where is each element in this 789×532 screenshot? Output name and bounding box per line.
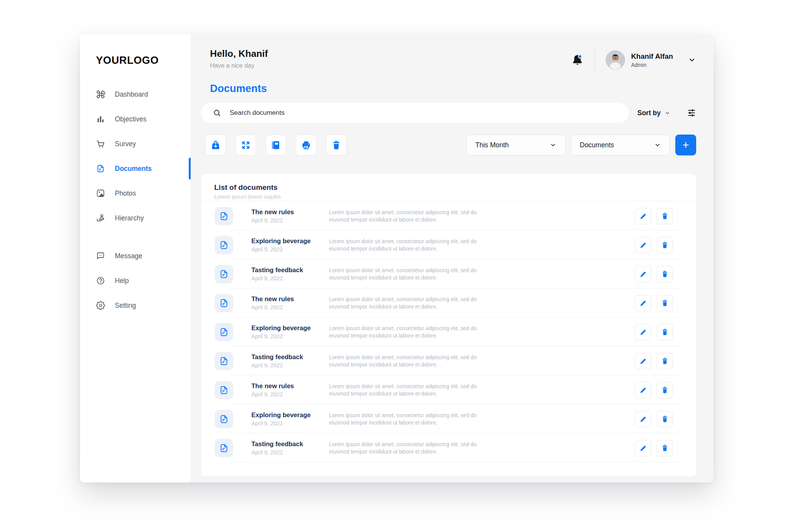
pencil-icon [639,270,647,278]
row-actions [635,440,673,456]
sidebar-item-message[interactable]: Message [96,244,191,268]
search-icon [213,109,221,117]
bell-icon [571,54,584,66]
pencil-icon [639,357,647,365]
sidebar-item-photos[interactable]: Photos [96,181,191,206]
sidebar-item-setting[interactable]: Setting [96,293,191,318]
edit-button[interactable] [635,208,651,224]
page-title: Documents [210,83,267,95]
user-menu-chevron-icon[interactable] [688,56,696,64]
document-title: The new rules [251,295,329,303]
trash-icon [331,140,342,150]
document-icon [219,385,229,395]
document-description: Lorem ipsum dolor sit amet, consectetur … [329,267,484,281]
printer-icon [301,140,311,150]
sort-by-control[interactable]: Sort by [637,109,670,117]
sidebar-item-help[interactable]: Help [96,268,191,293]
nav-section-gap [96,230,191,244]
chevron-down-icon [664,110,670,116]
document-row: The new rules April 9, 2022 Lorem ipsum … [201,288,696,317]
document-row: Exploring beverage April 9, 2022 Lorem i… [201,404,696,433]
document-row: Exploring beverage April 9, 2022 Lorem i… [201,230,696,259]
expand-icon [241,140,251,150]
delete-button[interactable] [657,237,673,253]
document-icon [219,298,229,308]
row-actions [635,295,673,311]
row-actions [635,382,673,398]
document-title: The new rules [251,208,329,216]
delete-button[interactable] [657,353,673,369]
document-row: Exploring beverage April 9, 2022 Lorem i… [201,317,696,346]
document-date: April 9, 2022 [251,304,329,310]
sidebar-item-label: Hierarchy [115,214,144,222]
avatar[interactable] [606,50,625,70]
edit-button[interactable] [635,324,651,340]
edit-button[interactable] [635,237,651,253]
delete-button[interactable] [657,266,673,282]
brand-logo: YOURLOGO [96,54,191,66]
print-button[interactable] [296,135,316,155]
edit-button[interactable] [635,411,651,427]
sidebar-item-hierarchy[interactable]: Hierarchy [96,206,191,230]
trash-icon [661,386,669,394]
edit-button[interactable] [635,440,651,456]
topbar: Hello, Khanif Have a nice day [210,48,696,72]
document-title: Tasting feedback [251,353,329,361]
type-dropdown[interactable]: Documents [571,135,670,155]
document-tile [215,410,233,428]
delete-button[interactable] [657,208,673,224]
filter-sliders-icon[interactable] [687,108,696,118]
document-date: April 9, 2022 [251,449,329,455]
notebook-button[interactable] [266,135,286,155]
list-title: List of documents [214,183,696,192]
delete-button[interactable] [657,440,673,456]
sidebar-item-dashboard[interactable]: Dashboard [96,82,191,107]
bar-chart-icon [96,114,105,124]
add-document-button[interactable]: + [675,135,696,155]
expand-button[interactable] [236,135,256,155]
search-row: Sort by [201,103,696,123]
sidebar-item-label: Message [115,252,142,260]
document-date: April 9, 2022 [251,275,329,281]
document-title: The new rules [251,382,329,390]
delete-button[interactable] [657,382,673,398]
pencil-icon [639,212,647,220]
sidebar-item-objectives[interactable]: Objectives [96,107,191,131]
sidebar-item-survey[interactable]: Survey [96,131,191,156]
delete-button[interactable] [657,324,673,340]
document-description: Lorem ipsum dolor sit amet, consectetur … [329,441,484,455]
notebook-icon [271,140,281,150]
sidebar: YOURLOGO Dashboard Objectives Survey Doc… [80,34,191,483]
edit-button[interactable] [635,353,651,369]
document-icon [219,269,229,279]
document-icon [96,164,105,173]
document-row: The new rules April 9, 2022 Lorem ipsum … [201,375,696,404]
sidebar-item-label: Objectives [115,115,147,123]
sidebar-item-label: Dashboard [115,90,148,99]
user-name: Khanif Alfan [631,52,673,61]
delete-button[interactable] [657,411,673,427]
edit-button[interactable] [635,266,651,282]
edit-button[interactable] [635,382,651,398]
document-description: Lorem ipsum dolor sit amet, consectetur … [329,209,484,223]
documents-list-card: List of documents Lorem ipsum lorem uoju… [201,174,696,476]
period-dropdown[interactable]: This Month [466,135,565,155]
delete-button[interactable] [657,295,673,311]
document-row: Tasting feedback April 9, 2022 Lorem ips… [201,259,696,288]
document-tile [215,236,233,254]
delete-button[interactable] [326,135,347,155]
image-icon [96,189,105,198]
trash-icon [661,212,669,220]
document-date: April 9, 2022 [251,246,329,252]
sidebar-item-documents[interactable]: Documents [96,156,191,181]
edit-button[interactable] [635,295,651,311]
sidebar-item-label: Help [115,277,129,285]
document-description: Lorem ipsum dolor sit amet, consectetur … [329,354,484,368]
search-input[interactable] [229,109,624,117]
trash-icon [661,415,669,423]
document-title: Exploring beverage [251,324,329,332]
notifications-button[interactable] [571,54,584,66]
save-button[interactable] [205,135,226,155]
pencil-icon [639,444,647,452]
trash-icon [661,328,669,336]
